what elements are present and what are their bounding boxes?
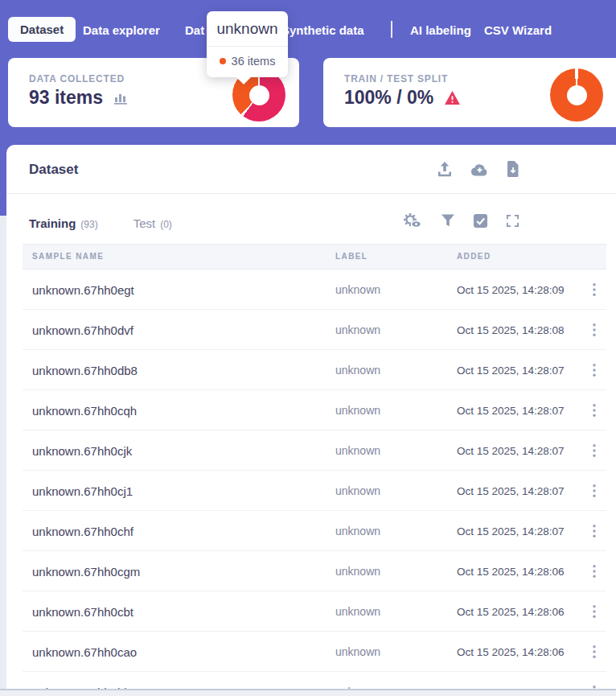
tab-training-label: Training [29, 216, 76, 230]
nav-tab-ai-labeling[interactable]: AI labeling [410, 23, 471, 37]
nav-tab-data-explorer[interactable]: Data explorer [83, 23, 160, 37]
kebab-menu-icon[interactable] [589, 442, 599, 459]
tab-training-count: (93) [80, 219, 97, 230]
tab-test-count: (0) [160, 219, 172, 230]
added-cell: Oct 15 2025, 14:28:06 [457, 605, 565, 617]
kebab-menu-icon[interactable] [589, 643, 599, 660]
label-cell: unknown [335, 444, 380, 457]
kebab-menu-icon[interactable] [589, 562, 599, 579]
label-cell: unknown [335, 605, 380, 618]
sample-name-cell[interactable]: unknown.67hh0cgm [32, 564, 140, 578]
sample-name-cell[interactable]: unknown.67hh0cqh [32, 403, 137, 417]
donut-hover-tooltip: unknown 36 items [207, 11, 288, 77]
bar-chart-icon[interactable] [114, 91, 128, 105]
table-row[interactable]: unknown.67hh0cbt unknown Oct 15 2025, 14… [23, 591, 606, 632]
kebab-menu-icon[interactable] [589, 482, 599, 499]
added-cell: Oct 15 2025, 14:28:07 [457, 364, 565, 376]
kebab-menu-icon[interactable] [589, 522, 599, 539]
tooltip-count-row: 36 items [207, 47, 288, 77]
added-cell: Oct 15 2025, 14:28:07 [457, 404, 565, 416]
added-cell: Oct 15 2025, 14:28:09 [457, 283, 565, 295]
col-header-sample-name: SAMPLE NAME [32, 252, 104, 261]
warning-triangle-icon[interactable] [445, 91, 460, 105]
data-collected-value: 93 items [29, 87, 103, 109]
expand-icon[interactable] [506, 214, 519, 228]
label-cell: unknown [335, 525, 380, 537]
filter-icon[interactable] [441, 214, 455, 227]
label-cell: unknown [335, 323, 380, 336]
nav-divider [391, 21, 392, 38]
kebab-menu-icon[interactable] [589, 603, 599, 620]
panel-title: Dataset [29, 162, 78, 178]
added-cell: Oct 15 2025, 14:28:06 [457, 565, 565, 577]
sample-name-cell[interactable]: unknown.67hh0cj1 [32, 484, 133, 497]
tooltip-series-dot [220, 58, 226, 64]
table-body: unknown.67hh0egt unknown Oct 15 2025, 14… [23, 270, 606, 696]
added-cell: Oct 15 2025, 14:28:06 [457, 645, 565, 657]
train-test-split-label: TRAIN / TEST SPLIT [344, 73, 448, 84]
tooltip-count-text: 36 items [232, 55, 276, 68]
table-row[interactable]: unknown.67hh0cqh unknown Oct 15 2025, 14… [23, 390, 606, 430]
top-nav: Dataset Data explorer Dat Synthetic data… [0, 0, 616, 58]
kebab-menu-icon[interactable] [589, 402, 599, 418]
table-row[interactable]: unknown.67hh0cjk unknown Oct 15 2025, 14… [23, 430, 606, 471]
tooltip-label-title: unknown [207, 11, 288, 46]
sample-name-cell[interactable]: unknown.67hh0dvf [32, 323, 133, 336]
label-cell: unknown [335, 283, 380, 296]
table-header-row: SAMPLE NAME LABEL ADDED [23, 244, 606, 270]
nav-tab-synthetic-data[interactable]: Synthetic data [281, 23, 364, 37]
gear-eye-view-icon[interactable] [401, 212, 423, 229]
table-row[interactable]: unknown.67hh0cao unknown Oct 15 2025, 14… [23, 632, 606, 672]
col-header-added: ADDED [457, 252, 491, 261]
dataset-tabs: Training (93) Test (0) [29, 211, 172, 235]
select-checkbox-icon[interactable] [473, 213, 488, 229]
train-test-split-value: 100% / 0% [344, 87, 433, 109]
added-cell: Oct 15 2025, 14:28:07 [457, 484, 565, 496]
nav-tab-dataset[interactable]: Dataset [8, 17, 76, 42]
sample-name-cell[interactable]: unknown.67hh0chf [32, 524, 133, 537]
col-header-label: LABEL [335, 252, 368, 261]
file-export-icon[interactable] [507, 161, 519, 177]
tab-test-label: Test [133, 216, 156, 230]
label-cell: unknown [335, 484, 380, 497]
table-row[interactable]: unknown.67hh0db8 unknown Oct 15 2025, 14… [23, 350, 606, 390]
tab-test[interactable]: Test (0) [133, 216, 172, 230]
kebab-menu-icon[interactable] [589, 281, 599, 298]
sample-name-cell[interactable]: unknown.67hh0cbt [32, 604, 133, 618]
label-cell: unknown [335, 364, 380, 377]
tooltip-arrow [236, 76, 252, 84]
split-donut-chart[interactable] [550, 68, 603, 121]
table-row[interactable]: unknown.67hh0chf unknown Oct 15 2025, 14… [23, 511, 606, 551]
table-row[interactable]: unknown.67hh0egt unknown Oct 15 2025, 14… [23, 270, 606, 310]
label-cell: unknown [335, 565, 380, 578]
nav-tab-csv-wizard[interactable]: CSV Wizard [484, 23, 552, 37]
kebab-menu-icon[interactable] [589, 321, 599, 338]
table-toolbar [401, 212, 519, 229]
train-test-split-card: TRAIN / TEST SPLIT 100% / 0% [323, 58, 616, 127]
added-cell: Oct 15 2025, 14:28:07 [457, 525, 565, 537]
table-row[interactable]: unknown.67hh0cj1 unknown Oct 15 2025, 14… [23, 471, 606, 511]
added-cell: Oct 15 2025, 14:28:08 [457, 323, 565, 336]
label-cell: unknown [335, 404, 380, 417]
viewport-bottom-edge [0, 689, 616, 696]
label-cell: unknown [335, 645, 380, 658]
sample-name-cell[interactable]: unknown.67hh0db8 [32, 363, 138, 377]
sample-name-cell[interactable]: unknown.67hh0cao [32, 645, 137, 658]
panel-divider [6, 193, 616, 194]
upload-icon[interactable] [437, 161, 453, 177]
kebab-menu-icon[interactable] [589, 361, 599, 378]
data-collected-label: DATA COLLECTED [29, 73, 125, 84]
dataset-panel: Dataset Training (93) T [6, 145, 616, 696]
panel-actions [437, 161, 519, 177]
table-row[interactable]: unknown.67hh0cgm unknown Oct 15 2025, 14… [23, 551, 606, 591]
added-cell: Oct 15 2025, 14:28:07 [457, 444, 565, 456]
sample-name-cell[interactable]: unknown.67hh0egt [32, 282, 134, 296]
table-row[interactable]: unknown.67hh0dvf unknown Oct 15 2025, 14… [23, 310, 606, 350]
nav-tab-data-sources-truncated[interactable]: Dat [185, 23, 204, 37]
tab-training[interactable]: Training (93) [29, 216, 98, 230]
sample-name-cell[interactable]: unknown.67hh0cjk [32, 443, 132, 457]
cloud-upload-icon[interactable] [470, 163, 489, 176]
samples-table: SAMPLE NAME LABEL ADDED unknown.67hh0egt… [23, 244, 606, 696]
